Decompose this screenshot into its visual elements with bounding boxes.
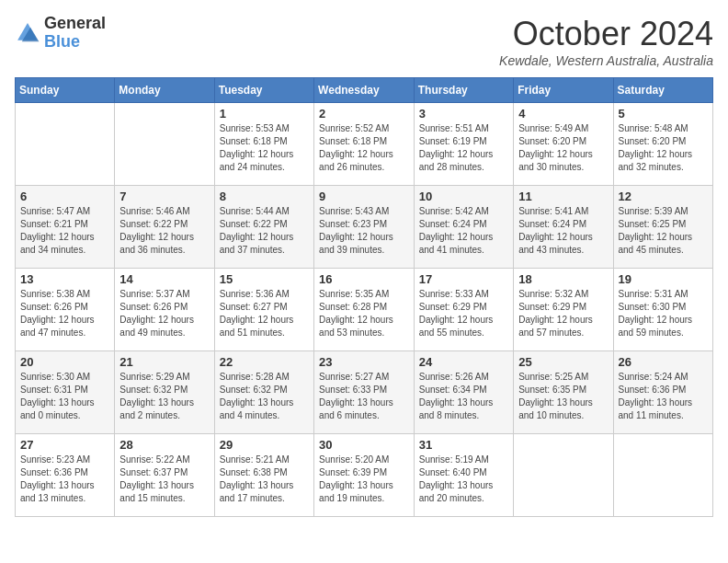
day-info: Sunrise: 5:19 AM Sunset: 6:40 PM Dayligh… xyxy=(419,454,508,505)
day-info: Sunrise: 5:27 AM Sunset: 6:33 PM Dayligh… xyxy=(319,371,409,422)
page-header: General Blue October 2024 Kewdale, Weste… xyxy=(15,15,713,68)
table-row: 15 Sunrise: 5:36 AM Sunset: 6:27 PM Dayl… xyxy=(214,269,313,351)
sunrise-text: Sunrise: 5:52 AM xyxy=(319,123,389,133)
sunset-text: Sunset: 6:30 PM xyxy=(619,302,687,312)
day-number: 11 xyxy=(518,190,608,203)
day-number: 8 xyxy=(220,190,309,203)
table-row: 18 Sunrise: 5:32 AM Sunset: 6:29 PM Dayl… xyxy=(514,269,613,351)
table-row: 27 Sunrise: 5:23 AM Sunset: 6:36 PM Dayl… xyxy=(16,434,115,517)
sunset-text: Sunset: 6:23 PM xyxy=(319,219,387,229)
table-row xyxy=(514,434,613,517)
daylight-text: Daylight: 12 hours and 39 minutes. xyxy=(319,232,393,255)
sunrise-text: Sunrise: 5:36 AM xyxy=(220,289,290,299)
logo-icon xyxy=(15,20,40,46)
col-thursday: Thursday xyxy=(414,78,513,103)
daylight-text: Daylight: 13 hours and 0 minutes. xyxy=(20,397,95,420)
day-info: Sunrise: 5:38 AM Sunset: 6:26 PM Dayligh… xyxy=(20,288,109,339)
day-number: 26 xyxy=(619,355,709,369)
daylight-text: Daylight: 12 hours and 55 minutes. xyxy=(419,315,494,338)
sunrise-text: Sunrise: 5:49 AM xyxy=(518,123,588,133)
daylight-text: Daylight: 12 hours and 34 minutes. xyxy=(20,232,95,255)
col-monday: Monday xyxy=(115,78,214,103)
day-info: Sunrise: 5:23 AM Sunset: 6:36 PM Dayligh… xyxy=(20,454,109,505)
sunrise-text: Sunrise: 5:42 AM xyxy=(419,206,489,216)
calendar-table: Sunday Monday Tuesday Wednesday Thursday… xyxy=(15,77,713,517)
sunset-text: Sunset: 6:35 PM xyxy=(518,385,586,395)
month-title: October 2024 xyxy=(499,15,713,53)
sunset-text: Sunset: 6:33 PM xyxy=(319,385,387,395)
table-row: 10 Sunrise: 5:42 AM Sunset: 6:24 PM Dayl… xyxy=(414,186,513,269)
table-row: 14 Sunrise: 5:37 AM Sunset: 6:26 PM Dayl… xyxy=(115,269,214,351)
day-number: 19 xyxy=(619,272,709,286)
day-number: 23 xyxy=(319,355,409,369)
day-info: Sunrise: 5:35 AM Sunset: 6:28 PM Dayligh… xyxy=(319,288,409,339)
table-row: 24 Sunrise: 5:26 AM Sunset: 6:34 PM Dayl… xyxy=(414,351,513,434)
col-friday: Friday xyxy=(514,78,613,103)
sunrise-text: Sunrise: 5:25 AM xyxy=(518,372,588,382)
daylight-text: Daylight: 12 hours and 45 minutes. xyxy=(619,232,693,255)
daylight-text: Daylight: 12 hours and 51 minutes. xyxy=(220,315,294,338)
table-row: 11 Sunrise: 5:41 AM Sunset: 6:24 PM Dayl… xyxy=(514,186,613,269)
day-info: Sunrise: 5:24 AM Sunset: 6:36 PM Dayligh… xyxy=(619,371,709,422)
day-number: 20 xyxy=(20,355,109,369)
day-number: 24 xyxy=(419,355,508,369)
sunset-text: Sunset: 6:32 PM xyxy=(119,385,188,395)
table-row: 17 Sunrise: 5:33 AM Sunset: 6:29 PM Dayl… xyxy=(414,269,513,351)
day-info: Sunrise: 5:22 AM Sunset: 6:37 PM Dayligh… xyxy=(119,454,209,505)
day-info: Sunrise: 5:31 AM Sunset: 6:30 PM Dayligh… xyxy=(619,288,709,339)
sunrise-text: Sunrise: 5:28 AM xyxy=(220,372,290,382)
day-number: 25 xyxy=(518,355,608,369)
sunrise-text: Sunrise: 5:19 AM xyxy=(419,454,489,465)
day-info: Sunrise: 5:29 AM Sunset: 6:32 PM Dayligh… xyxy=(119,371,209,422)
day-number: 4 xyxy=(518,107,608,121)
day-number: 15 xyxy=(220,272,309,286)
day-info: Sunrise: 5:46 AM Sunset: 6:22 PM Dayligh… xyxy=(119,205,209,257)
col-saturday: Saturday xyxy=(613,78,713,103)
col-wednesday: Wednesday xyxy=(314,78,415,103)
table-row: 5 Sunrise: 5:48 AM Sunset: 6:20 PM Dayli… xyxy=(613,103,713,186)
sunset-text: Sunset: 6:36 PM xyxy=(619,385,687,395)
daylight-text: Daylight: 12 hours and 41 minutes. xyxy=(419,232,494,255)
daylight-text: Daylight: 12 hours and 53 minutes. xyxy=(319,315,393,338)
daylight-text: Daylight: 13 hours and 4 minutes. xyxy=(220,397,294,420)
col-tuesday: Tuesday xyxy=(214,78,313,103)
daylight-text: Daylight: 12 hours and 57 minutes. xyxy=(518,315,593,338)
day-number: 5 xyxy=(619,107,709,121)
sunset-text: Sunset: 6:24 PM xyxy=(419,219,487,229)
sunrise-text: Sunrise: 5:23 AM xyxy=(20,454,90,465)
sunset-text: Sunset: 6:34 PM xyxy=(419,385,487,395)
daylight-text: Daylight: 12 hours and 26 minutes. xyxy=(319,149,393,172)
table-row: 13 Sunrise: 5:38 AM Sunset: 6:26 PM Dayl… xyxy=(16,269,115,351)
day-info: Sunrise: 5:26 AM Sunset: 6:34 PM Dayligh… xyxy=(419,371,508,422)
table-row: 19 Sunrise: 5:31 AM Sunset: 6:30 PM Dayl… xyxy=(613,269,713,351)
sunrise-text: Sunrise: 5:41 AM xyxy=(518,206,588,216)
sunrise-text: Sunrise: 5:31 AM xyxy=(619,289,688,299)
day-info: Sunrise: 5:48 AM Sunset: 6:20 PM Dayligh… xyxy=(619,122,709,174)
daylight-text: Daylight: 13 hours and 15 minutes. xyxy=(119,480,194,503)
sunset-text: Sunset: 6:39 PM xyxy=(319,467,387,477)
col-sunday: Sunday xyxy=(16,78,115,103)
sunrise-text: Sunrise: 5:38 AM xyxy=(20,289,90,299)
day-info: Sunrise: 5:39 AM Sunset: 6:25 PM Dayligh… xyxy=(619,205,709,257)
day-info: Sunrise: 5:32 AM Sunset: 6:29 PM Dayligh… xyxy=(518,288,608,339)
day-info: Sunrise: 5:42 AM Sunset: 6:24 PM Dayligh… xyxy=(419,205,508,257)
sunrise-text: Sunrise: 5:21 AM xyxy=(220,454,290,465)
sunrise-text: Sunrise: 5:24 AM xyxy=(619,372,688,382)
day-info: Sunrise: 5:33 AM Sunset: 6:29 PM Dayligh… xyxy=(419,288,508,339)
day-info: Sunrise: 5:53 AM Sunset: 6:18 PM Dayligh… xyxy=(220,122,309,174)
table-row xyxy=(613,434,713,517)
sunrise-text: Sunrise: 5:27 AM xyxy=(319,372,389,382)
sunrise-text: Sunrise: 5:33 AM xyxy=(419,289,489,299)
day-number: 14 xyxy=(119,272,209,286)
day-info: Sunrise: 5:30 AM Sunset: 6:31 PM Dayligh… xyxy=(20,371,109,422)
day-info: Sunrise: 5:51 AM Sunset: 6:19 PM Dayligh… xyxy=(419,122,508,174)
sunset-text: Sunset: 6:18 PM xyxy=(319,136,387,146)
day-info: Sunrise: 5:25 AM Sunset: 6:35 PM Dayligh… xyxy=(518,371,608,422)
table-row: 2 Sunrise: 5:52 AM Sunset: 6:18 PM Dayli… xyxy=(314,103,415,186)
table-row: 29 Sunrise: 5:21 AM Sunset: 6:38 PM Dayl… xyxy=(214,434,313,517)
sunrise-text: Sunrise: 5:48 AM xyxy=(619,123,688,133)
table-row: 20 Sunrise: 5:30 AM Sunset: 6:31 PM Dayl… xyxy=(16,351,115,434)
day-info: Sunrise: 5:52 AM Sunset: 6:18 PM Dayligh… xyxy=(319,122,409,174)
day-number: 17 xyxy=(419,272,508,286)
table-row: 26 Sunrise: 5:24 AM Sunset: 6:36 PM Dayl… xyxy=(613,351,713,434)
